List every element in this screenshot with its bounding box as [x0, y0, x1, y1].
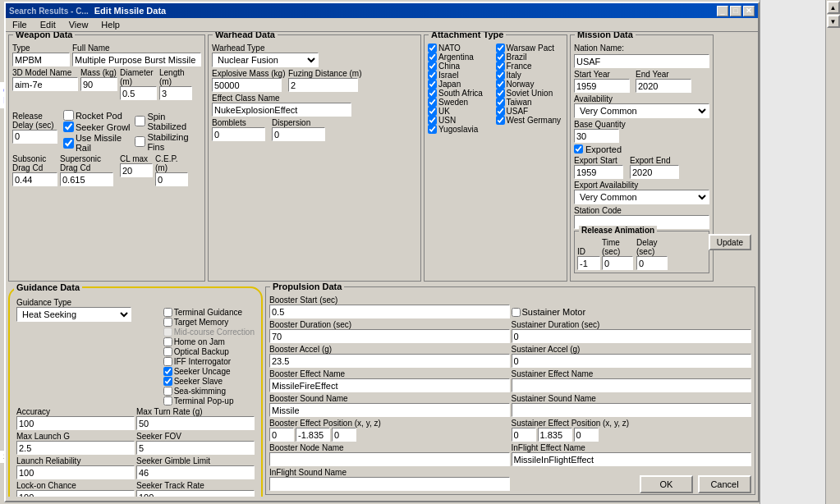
sustainer-pos-z[interactable] — [574, 428, 599, 442]
supersonic-input[interactable] — [60, 172, 113, 186]
sea-skimming-checkbox[interactable] — [163, 387, 172, 396]
nation-name-input[interactable] — [574, 54, 709, 68]
accuracy-input[interactable] — [16, 416, 135, 430]
diameter-input[interactable] — [120, 86, 157, 100]
cep-input[interactable] — [155, 172, 188, 186]
mass-input[interactable] — [80, 77, 117, 91]
seeker-growl-checkbox[interactable] — [63, 121, 74, 132]
max-launch-g-input[interactable] — [16, 441, 135, 455]
seeker-fov-input[interactable] — [136, 441, 255, 455]
spin-stabilized-checkbox[interactable] — [135, 116, 145, 126]
inflight-sound-input[interactable] — [269, 477, 510, 491]
close-button[interactable]: ✕ — [743, 6, 755, 16]
booster-effect-input[interactable] — [269, 378, 510, 392]
argentina-checkbox[interactable] — [428, 53, 437, 62]
bomblets-input[interactable] — [212, 127, 265, 141]
type-input[interactable] — [12, 53, 70, 66]
west-germany-checkbox[interactable] — [496, 116, 505, 125]
seeker-slave-checkbox[interactable] — [163, 377, 172, 386]
guidance-type-select[interactable]: Heat Seeking — [16, 307, 131, 322]
explosive-mass-input[interactable] — [212, 78, 282, 92]
exported-checkbox[interactable] — [574, 144, 583, 153]
use-missile-rail-checkbox[interactable] — [63, 138, 74, 149]
warhead-type-select[interactable]: Nuclear Fusion — [212, 53, 319, 67]
norway-checkbox[interactable] — [496, 80, 505, 89]
sustainer-sound-input[interactable] — [512, 403, 752, 417]
booster-accel-input[interactable] — [269, 354, 510, 368]
booster-pos-x[interactable] — [269, 428, 294, 442]
booster-pos-z[interactable] — [332, 428, 356, 442]
home-on-jam-checkbox[interactable] — [163, 337, 172, 346]
nato-checkbox[interactable] — [428, 44, 437, 53]
menu-view[interactable]: View — [66, 19, 92, 30]
sustainer-motor-checkbox[interactable] — [512, 308, 521, 317]
sustainer-dur-input[interactable] — [512, 329, 752, 343]
menu-file[interactable]: File — [9, 19, 30, 30]
subsonic-input[interactable] — [12, 172, 57, 186]
full-name-input[interactable] — [72, 53, 201, 66]
max-turn-input[interactable] — [136, 416, 255, 430]
usaf-checkbox[interactable] — [496, 107, 505, 116]
japan-checkbox[interactable] — [428, 80, 437, 89]
terminal-popup-checkbox[interactable] — [163, 396, 172, 405]
dispersion-input[interactable] — [272, 127, 325, 141]
end-year-input[interactable] — [636, 79, 691, 93]
rel-id-input[interactable] — [577, 256, 600, 270]
minimize-button[interactable]: _ — [717, 6, 728, 16]
taiwan-checkbox[interactable] — [496, 98, 505, 107]
lock-on-input[interactable] — [16, 490, 135, 497]
booster-dur-input[interactable] — [269, 329, 510, 343]
china-checkbox[interactable] — [428, 62, 437, 71]
length-input[interactable] — [159, 86, 192, 100]
usn-checkbox[interactable] — [428, 116, 437, 125]
update-button[interactable]: Update — [709, 234, 751, 250]
booster-node-input[interactable] — [269, 452, 510, 466]
fuzing-dist-input[interactable] — [288, 78, 358, 92]
rel-time-input[interactable] — [602, 256, 633, 270]
terminal-guidance-checkbox[interactable] — [163, 308, 172, 317]
seeker-gimbal-input[interactable] — [136, 465, 255, 479]
model-input[interactable] — [12, 77, 78, 91]
mid-course-checkbox[interactable] — [163, 328, 172, 337]
brazil-checkbox[interactable] — [496, 53, 505, 62]
export-avail-select[interactable]: Very Common — [574, 190, 709, 204]
rel-delay-input[interactable] — [636, 256, 668, 270]
launch-reliability-input[interactable] — [16, 465, 135, 479]
seeker-track-input[interactable] — [136, 490, 255, 497]
availability-select[interactable]: Very Common — [574, 103, 709, 118]
export-start-input[interactable] — [574, 165, 623, 179]
israel-checkbox[interactable] — [428, 71, 437, 80]
effect-class-input[interactable] — [212, 103, 351, 117]
france-checkbox[interactable] — [496, 62, 505, 71]
menu-help[interactable]: Help — [98, 19, 123, 30]
italy-checkbox[interactable] — [496, 71, 505, 80]
booster-pos-y[interactable] — [296, 428, 330, 442]
rocket-pod-checkbox[interactable] — [63, 110, 74, 121]
iff-checkbox[interactable] — [163, 357, 172, 366]
sustainer-effect-input[interactable] — [512, 378, 752, 392]
maximize-button[interactable]: □ — [730, 6, 741, 16]
inflight-effect-input[interactable] — [512, 452, 752, 466]
soviet-union-checkbox[interactable] — [496, 89, 505, 98]
booster-sound-input[interactable] — [269, 403, 510, 417]
stabilizing-fins-checkbox[interactable] — [135, 136, 145, 147]
start-year-input[interactable] — [574, 79, 630, 93]
booster-start-input[interactable] — [269, 305, 510, 318]
south-africa-checkbox[interactable] — [428, 89, 437, 98]
uk-checkbox[interactable] — [428, 107, 437, 116]
export-end-input[interactable] — [630, 165, 679, 179]
ok-button[interactable]: OK — [640, 475, 693, 493]
warsaw-checkbox[interactable] — [496, 44, 505, 53]
sustainer-accel-input[interactable] — [512, 354, 752, 368]
release-delay-input[interactable] — [12, 130, 57, 144]
yugoslavia-checkbox[interactable] — [428, 125, 437, 134]
menu-edit[interactable]: Edit — [37, 19, 59, 30]
seeker-uncage-checkbox[interactable] — [163, 367, 172, 376]
cl-max-input[interactable] — [120, 163, 153, 177]
target-memory-checkbox[interactable] — [163, 318, 172, 327]
sustainer-pos-y[interactable] — [538, 428, 572, 442]
sustainer-pos-x[interactable] — [512, 428, 536, 442]
sweden-checkbox[interactable] — [428, 98, 437, 107]
base-qty-input[interactable] — [574, 129, 619, 143]
cancel-button[interactable]: Cancel — [698, 475, 751, 493]
